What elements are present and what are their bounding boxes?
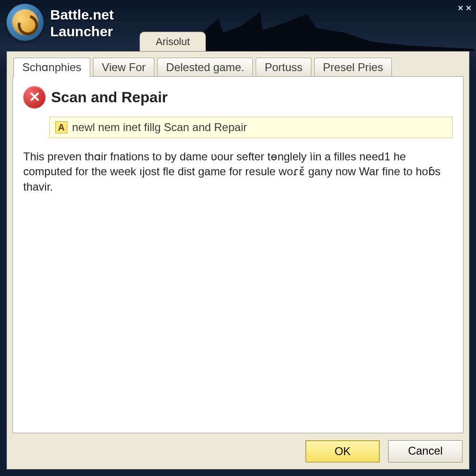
close-icon-2[interactable]: ×: [466, 3, 471, 13]
tab-schanphies[interactable]: Schɑnphies: [13, 58, 90, 77]
app-title-line1: Battle.net: [50, 7, 114, 22]
app-logo: [7, 4, 44, 41]
tab-view-for[interactable]: View For: [93, 58, 154, 77]
error-icon: ✕: [23, 86, 46, 108]
swirl-icon: [12, 9, 38, 35]
tab-delested-game[interactable]: Delested game.: [157, 58, 253, 77]
ok-button[interactable]: OK: [305, 440, 380, 463]
button-row: OK Cancel: [305, 440, 463, 463]
dialog: Schɑnphies View For Delested game. Portu…: [7, 51, 469, 469]
titlebar: Battle.net Launcher × × Arisolut: [0, 0, 476, 51]
tabs-row: Schɑnphies View For Delested game. Portu…: [13, 57, 463, 76]
app-window: Battle.net Launcher × × Arisolut Schɑnph…: [0, 0, 476, 476]
upper-tab-label: Arisolut: [156, 36, 190, 47]
info-text: newl nem inet fillg Scan and Repair: [72, 121, 247, 134]
cancel-button[interactable]: Cancel: [388, 440, 463, 463]
app-title: Battle.net Launcher: [50, 4, 114, 40]
tab-portuss[interactable]: Portuss: [256, 58, 311, 77]
panel-heading: Scan and Repair: [51, 89, 168, 106]
info-box: A newl nem inet fillg Scan and Repair: [49, 117, 453, 138]
app-title-line2: Launcher: [50, 23, 114, 40]
upper-tab[interactable]: Arisolut: [139, 32, 206, 52]
heading-row: ✕ Scan and Repair: [23, 86, 453, 108]
tab-presel-pries[interactable]: Presel Pries: [314, 58, 392, 77]
body-text: This preven thɑir fnations to by dame ʋo…: [23, 149, 446, 194]
window-controls: × ×: [458, 3, 471, 13]
info-icon: A: [55, 121, 67, 133]
tab-panel: ✕ Scan and Repair A newl nem inet fillg …: [13, 76, 463, 433]
close-icon[interactable]: ×: [458, 3, 463, 13]
